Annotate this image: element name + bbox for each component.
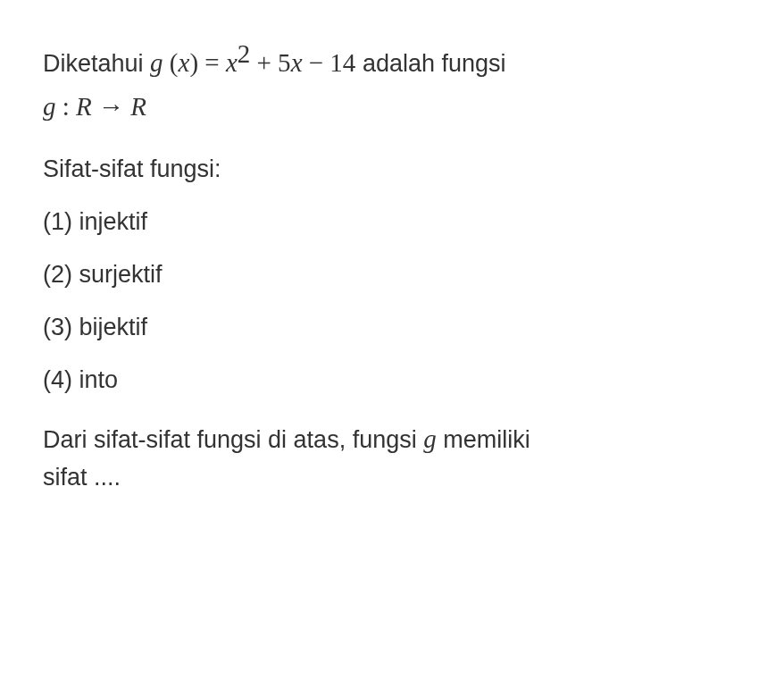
conclusion-line2: sifat .... (43, 464, 121, 491)
func-minus14: − 14 (303, 48, 356, 77)
domain-R1: R (76, 92, 92, 121)
conclusion-g: g (423, 424, 437, 453)
domain-g: g (43, 92, 56, 121)
option-3: (3) bijektif (43, 314, 741, 341)
func-sq: 2 (238, 39, 251, 68)
conclusion-prefix: Dari sifat-sifat fungsi di atas, fungsi (43, 426, 423, 453)
func-x: x (179, 48, 190, 77)
option-1: (1) injektif (43, 208, 741, 236)
intro-suffix: adalah fungsi (363, 50, 506, 77)
domain-R2: R (130, 92, 146, 121)
conclusion-suffix: memiliki (443, 426, 530, 453)
problem-statement-line2: g : R → R (43, 87, 741, 127)
func-x2: x (226, 48, 238, 77)
open-paren: ( (163, 48, 179, 77)
domain-colon: : (56, 92, 77, 121)
option-2: (2) surjektif (43, 261, 741, 289)
problem-statement-line1: Diketahui g (x) = x2 + 5x − 14 adalah fu… (43, 34, 741, 83)
close-paren-eq: ) = (189, 48, 226, 77)
func-g: g (150, 48, 163, 77)
domain-arrow: → (92, 92, 131, 121)
func-x3: x (291, 48, 303, 77)
option-4: (4) into (43, 366, 741, 394)
intro-prefix: Diketahui (43, 50, 150, 77)
conclusion: Dari sifat-sifat fungsi di atas, fungsi … (43, 419, 741, 497)
section-title: Sifat-sifat fungsi: (43, 155, 741, 183)
func-plus5: + 5 (250, 48, 290, 77)
